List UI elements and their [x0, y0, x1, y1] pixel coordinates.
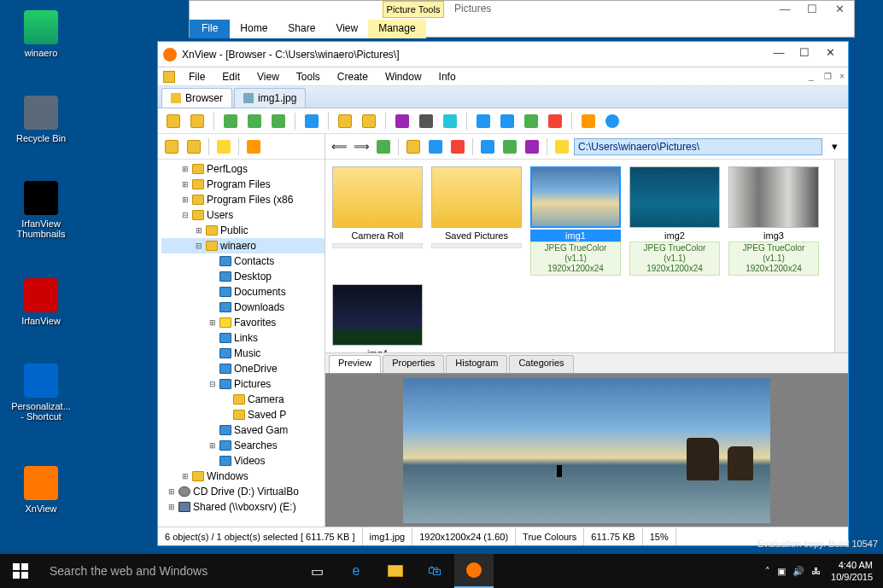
- explorer-icon[interactable]: [376, 554, 415, 588]
- tree-node[interactable]: Camera: [161, 392, 325, 407]
- maximize-button[interactable]: ☐: [792, 46, 817, 63]
- nav-up[interactable]: [373, 137, 394, 157]
- menu-info[interactable]: Info: [432, 69, 463, 84]
- tab-image[interactable]: img1.jpg: [234, 88, 306, 108]
- tree-expander-icon[interactable]: ⊞: [180, 192, 190, 207]
- tree-node[interactable]: ⊟Users: [161, 207, 325, 223]
- minimize-button[interactable]: —: [766, 46, 792, 63]
- thumb-item[interactable]: img2JPEG TrueColor (v1.1)1920x1200x24: [629, 166, 720, 276]
- close-button[interactable]: ✕: [817, 46, 843, 63]
- ribbon-context-tab[interactable]: Picture Tools: [383, 1, 444, 18]
- tray-chevron-icon[interactable]: ˄: [762, 566, 774, 577]
- mdi-close[interactable]: ×: [833, 70, 848, 83]
- thumb-item[interactable]: Saved Pictures: [431, 166, 522, 276]
- ptab-histogram[interactable]: Histogram: [446, 355, 507, 373]
- tree-node[interactable]: ⊞Program Files (x86: [161, 192, 325, 207]
- webpage-button[interactable]: [497, 111, 518, 131]
- search-button[interactable]: [392, 111, 412, 131]
- explorer-close[interactable]: ✕: [827, 3, 852, 20]
- nav-copy[interactable]: [403, 137, 424, 157]
- tree-expander-icon[interactable]: ⊟: [180, 207, 190, 223]
- tree-expander-icon[interactable]: ⊞: [208, 438, 217, 453]
- tray-network-icon[interactable]: 🖧: [808, 566, 824, 576]
- tab-browser[interactable]: Browser: [161, 88, 232, 108]
- tray-action-icon[interactable]: ▣: [774, 566, 789, 577]
- convert-button[interactable]: [335, 111, 355, 131]
- tree-expander-icon[interactable]: ⊞: [167, 484, 176, 499]
- tree-node[interactable]: ⊞Favorites: [161, 315, 325, 330]
- taskview-icon[interactable]: ▭: [297, 554, 336, 588]
- ribbon-tab-home[interactable]: Home: [230, 20, 278, 38]
- ptab-preview[interactable]: Preview: [329, 355, 381, 373]
- tree-node[interactable]: Downloads: [161, 300, 325, 315]
- ptab-properties[interactable]: Properties: [383, 355, 444, 373]
- thumb-item[interactable]: img4: [332, 284, 423, 352]
- desktop-icon-personalization[interactable]: Personalizat... - Shortcut: [9, 364, 73, 422]
- thumb-item[interactable]: Camera Roll: [332, 166, 423, 276]
- menu-window[interactable]: Window: [378, 69, 429, 84]
- tree-expander-icon[interactable]: ⊞: [208, 315, 217, 330]
- tree-expander-icon[interactable]: ⊞: [167, 499, 176, 515]
- tree-node[interactable]: Desktop: [161, 269, 325, 284]
- folder-tree[interactable]: ⊞PerfLogs⊞Program Files⊞Program Files (x…: [158, 160, 325, 527]
- help-button[interactable]: [602, 111, 623, 131]
- tree-copy-button[interactable]: [243, 137, 264, 157]
- refresh2-button[interactable]: [268, 111, 289, 131]
- tree-node[interactable]: ⊞PerfLogs: [161, 161, 325, 177]
- desktop-icon-irfanview[interactable]: IrfanView: [9, 278, 73, 326]
- ribbon-tab-share[interactable]: Share: [278, 20, 325, 38]
- tree-node[interactable]: ⊞Public: [161, 223, 325, 238]
- ribbon-tab-view[interactable]: View: [325, 20, 368, 38]
- menu-edit[interactable]: Edit: [215, 69, 247, 84]
- open-dropdown[interactable]: [187, 111, 208, 131]
- tree-node[interactable]: ⊟Pictures: [161, 376, 325, 392]
- tree-node[interactable]: Music: [161, 346, 325, 361]
- contact-sheet-button[interactable]: [521, 111, 541, 131]
- tree-node[interactable]: ⊟winaero: [161, 238, 325, 253]
- menu-create[interactable]: Create: [330, 69, 375, 84]
- explorer-min[interactable]: —: [772, 3, 798, 20]
- slideshow-button[interactable]: [473, 111, 494, 131]
- tree-node[interactable]: Saved P: [161, 407, 325, 422]
- addr-dropdown[interactable]: ▾: [824, 137, 845, 157]
- fullscreen-button[interactable]: [301, 111, 322, 131]
- tree-expander-icon[interactable]: ⊟: [194, 238, 203, 253]
- tray-clock[interactable]: 4:40 AM 10/9/2015: [824, 559, 880, 583]
- nav-paste[interactable]: [425, 137, 446, 157]
- tree-node[interactable]: Contacts: [161, 253, 325, 269]
- edge-icon[interactable]: e: [336, 554, 376, 588]
- nav-view[interactable]: [477, 137, 498, 157]
- desktop-icon-recyclebin[interactable]: Recycle Bin: [9, 96, 73, 143]
- thumbs-vscrollbar[interactable]: [834, 160, 848, 352]
- explorer-max[interactable]: ☐: [799, 3, 825, 20]
- refresh-button[interactable]: [220, 111, 241, 131]
- settings-button[interactable]: [578, 111, 599, 131]
- menu-tools[interactable]: Tools: [289, 69, 327, 84]
- tree-node[interactable]: ⊞CD Drive (D:) VirtualBo: [161, 484, 325, 499]
- menu-view[interactable]: View: [250, 69, 286, 84]
- tree-open-button[interactable]: [161, 137, 182, 157]
- tree-expander-icon[interactable]: ⊟: [208, 376, 217, 392]
- print-button[interactable]: [416, 111, 436, 131]
- desktop-icon-winaero[interactable]: winaero: [9, 10, 73, 58]
- nav-delete[interactable]: [447, 137, 468, 157]
- tree-fav-button[interactable]: [213, 137, 234, 157]
- titlebar[interactable]: XnView - [Browser - C:\Users\winaero\Pic…: [158, 42, 848, 67]
- xnview-taskbar-icon[interactable]: [454, 554, 494, 588]
- thumb-item[interactable]: img3JPEG TrueColor (v1.1)1920x1200x24: [728, 166, 819, 276]
- tree-node[interactable]: ⊞Searches: [161, 438, 325, 453]
- tree-expander-icon[interactable]: ⊞: [180, 469, 190, 484]
- desktop-icon-xnview[interactable]: XnView: [9, 466, 73, 514]
- tree-node[interactable]: Documents: [161, 284, 325, 300]
- tree-node[interactable]: Links: [161, 330, 325, 346]
- mdi-restore[interactable]: ❐: [817, 70, 833, 83]
- thumbnail-grid[interactable]: Camera RollSaved Picturesimg1JPEG TrueCo…: [325, 160, 848, 352]
- tree-sync-button[interactable]: [184, 137, 204, 157]
- nav-filter[interactable]: [522, 137, 542, 157]
- tree-expander-icon[interactable]: ⊞: [180, 177, 190, 192]
- tree-expander-icon[interactable]: ⊞: [194, 223, 203, 238]
- tray-volume-icon[interactable]: 🔊: [789, 566, 808, 577]
- taskbar-search[interactable]: Search the web and Windows: [41, 554, 297, 588]
- address-bar[interactable]: C:\Users\winaero\Pictures\: [574, 138, 822, 155]
- capture-button[interactable]: [440, 111, 460, 131]
